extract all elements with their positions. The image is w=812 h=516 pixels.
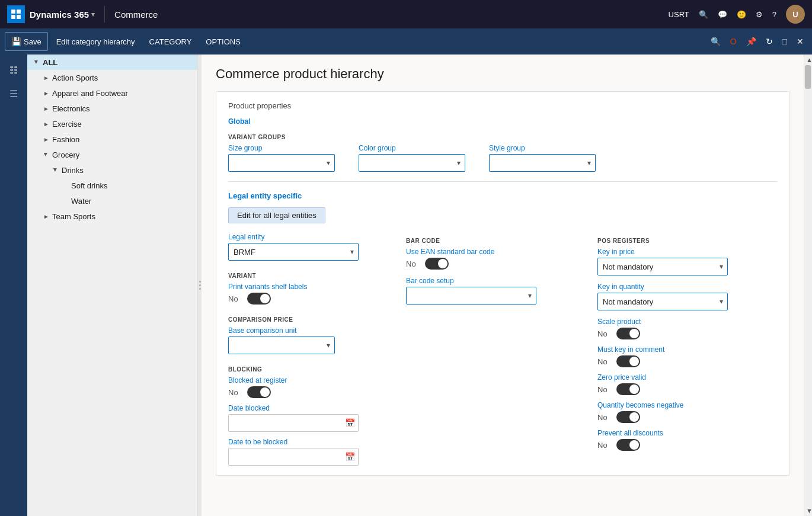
use-ean-no-label: No	[406, 259, 420, 268]
sidebar-label-drinks: Drinks	[62, 166, 84, 175]
sidebar-label-action-sports: Action Sports	[52, 73, 98, 82]
scroll-track	[804, 65, 812, 505]
zero-price-valid-toggle[interactable]	[616, 383, 640, 395]
chevron-action-sports: ►	[41, 73, 51, 82]
edit-category-button[interactable]: Edit category hierarchy	[50, 32, 141, 51]
save-button[interactable]: 💾 Save	[5, 32, 48, 51]
key-in-quantity-label: Key in quantity	[597, 283, 777, 291]
sidebar-item-water[interactable]: ► Water	[27, 193, 197, 209]
print-variants-toggle[interactable]	[247, 293, 271, 305]
prevent-all-discounts-toggle[interactable]	[616, 439, 640, 451]
color-group-select-wrapper	[359, 154, 465, 172]
sidebar-label-all: ALL	[43, 58, 57, 67]
must-key-in-comment-no-label: No	[597, 357, 612, 366]
chevron-fashion: ►	[41, 134, 51, 144]
scroll-up-btn[interactable]: ▲	[804, 55, 812, 65]
chat-icon[interactable]: 💬	[718, 10, 727, 19]
product-properties-header: Product properties	[228, 101, 777, 110]
date-to-be-blocked-input[interactable]	[228, 448, 359, 466]
sidebar-label-water: Water	[71, 197, 91, 206]
sidebar-item-apparel[interactable]: ► Apparel and Footwear	[27, 85, 197, 101]
sidebar-item-team-sports[interactable]: ► Team Sports	[27, 209, 197, 224]
sidebar-item-all[interactable]: ► ALL	[27, 55, 197, 70]
cmd-search-icon[interactable]: 🔍	[707, 34, 724, 49]
color-group-field: Color group	[359, 144, 465, 172]
date-blocked-label: Date blocked	[228, 404, 394, 412]
avatar[interactable]: U	[786, 5, 805, 24]
edit-all-legal-entities-button[interactable]: Edit for all legal entities	[228, 207, 325, 223]
sidebar-label-exercise: Exercise	[52, 120, 82, 129]
expand-icon[interactable]: □	[779, 34, 791, 49]
scale-product-toggle[interactable]	[616, 328, 640, 339]
app-title[interactable]: Dynamics 365 ▾	[30, 9, 95, 20]
sidebar-item-fashion[interactable]: ► Fashion	[27, 132, 197, 147]
settings-icon[interactable]: ⚙	[756, 10, 763, 19]
style-group-select[interactable]	[489, 154, 596, 172]
rail-filter-icon[interactable]: ☷	[3, 59, 24, 81]
date-blocked-input[interactable]	[228, 414, 359, 432]
refresh-icon[interactable]: ↻	[762, 34, 776, 49]
quantity-becomes-negative-toggle[interactable]	[616, 411, 640, 423]
sidebar-item-soft-drinks[interactable]: ► Soft drinks	[27, 178, 197, 193]
scroll-down-btn[interactable]: ▼	[804, 505, 812, 516]
sidebar-tree: ► ALL ► Action Sports ► Apparel and Foot…	[27, 55, 198, 516]
content-area: Commerce product hierarchy Product prope…	[202, 55, 804, 516]
face-icon[interactable]: 🙂	[737, 10, 746, 19]
search-icon[interactable]: 🔍	[699, 10, 708, 19]
key-in-quantity-select[interactable]: Not mandatory Mandatory Not allowed	[597, 293, 728, 310]
style-group-select-wrapper	[489, 154, 596, 172]
use-ean-toggle[interactable]	[425, 258, 449, 270]
key-in-quantity-field: Key in quantity Not mandatory Mandatory …	[597, 283, 777, 310]
legal-entity-select-wrapper: BRMF	[228, 243, 359, 261]
legal-entity-section-title: Legal entity specific	[228, 191, 777, 200]
key-in-price-field: Key in price Not mandatory Mandatory Not…	[597, 248, 777, 275]
blocking-label: BLOCKING	[228, 366, 394, 373]
scale-product-no-label: No	[597, 329, 612, 338]
base-comparison-select[interactable]	[228, 336, 335, 354]
pin-icon[interactable]: 📌	[743, 34, 760, 49]
sidebar-item-exercise[interactable]: ► Exercise	[27, 116, 197, 132]
sidebar-item-electronics[interactable]: ► Electronics	[27, 101, 197, 116]
quantity-becomes-negative-label: Quantity becomes negative	[597, 401, 777, 409]
save-icon: 💾	[11, 37, 21, 46]
date-to-be-blocked-wrapper: 📅	[228, 448, 359, 466]
barcode-setup-select-wrapper	[406, 287, 536, 305]
color-group-select[interactable]	[359, 154, 465, 172]
quantity-becomes-negative-toggle-row: No	[597, 411, 777, 423]
sidebar-label-team-sports: Team Sports	[52, 212, 95, 221]
variant-section-label: VARIANT	[228, 273, 394, 279]
blocked-at-register-toggle[interactable]	[247, 386, 271, 398]
size-group-select[interactable]	[228, 154, 335, 172]
blocked-at-register-label: Blocked at register	[228, 376, 394, 384]
category-button[interactable]: CATEGORY	[143, 32, 198, 51]
sidebar-item-grocery[interactable]: ► Grocery	[27, 147, 197, 162]
scale-product-field: Scale product No	[597, 318, 777, 339]
office-icon[interactable]: O	[727, 34, 740, 49]
options-button[interactable]: OPTIONS	[200, 32, 247, 51]
zero-price-valid-label: Zero price valid	[597, 373, 777, 382]
sidebar-label-grocery: Grocery	[52, 150, 79, 159]
chevron-team-sports: ►	[41, 211, 51, 221]
barcode-section: BAR CODE Use EAN standard bar code No	[406, 233, 586, 270]
must-key-in-comment-toggle[interactable]	[616, 355, 640, 367]
sidebar-item-action-sports[interactable]: ► Action Sports	[27, 70, 197, 85]
barcode-setup-select[interactable]	[406, 287, 536, 305]
scroll-thumb[interactable]	[805, 65, 811, 89]
close-icon[interactable]: ✕	[793, 34, 807, 49]
apps-button[interactable]	[7, 5, 25, 23]
sidebar-item-drinks[interactable]: ► Drinks	[27, 162, 197, 178]
key-in-price-select[interactable]: Not mandatory Mandatory Not allowed	[597, 258, 728, 275]
right-scrollbar[interactable]: ▲ ▼	[804, 55, 812, 516]
help-icon[interactable]: ?	[772, 10, 776, 19]
col3-fields: POS REGISTERS Key in price Not mandatory…	[597, 233, 777, 466]
use-ean-toggle-row: No	[406, 258, 586, 270]
zero-price-valid-toggle-row: No	[597, 383, 777, 395]
legal-entity-select[interactable]: BRMF	[228, 243, 359, 261]
sidebar-label-soft-drinks: Soft drinks	[71, 181, 107, 190]
svg-rect-3	[17, 15, 21, 19]
col1-fields: Legal entity BRMF VARIANT Print variants…	[228, 233, 394, 466]
rail-list-icon[interactable]: ☰	[3, 83, 24, 104]
barcode-setup-field: Bar code setup	[406, 277, 586, 305]
must-key-in-comment-label: Must key in comment	[597, 345, 777, 354]
sidebar-label-electronics: Electronics	[52, 104, 90, 113]
